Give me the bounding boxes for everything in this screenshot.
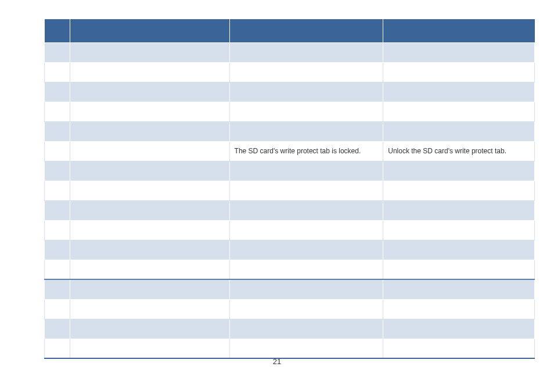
table-header-cell (229, 19, 383, 42)
table-cell (70, 121, 229, 141)
table-cell (70, 299, 229, 319)
page-number: 21 (0, 357, 554, 366)
table-cell (45, 102, 70, 121)
table-cell (383, 62, 535, 82)
table-cell (45, 121, 70, 141)
table-cell (383, 161, 535, 181)
table-cell (45, 82, 70, 102)
table-cell (383, 279, 535, 299)
table-row (45, 240, 535, 260)
table-cell (70, 161, 229, 181)
table-cell (229, 181, 383, 200)
table-cell (45, 141, 70, 161)
table-cell: The SD card's write protect tab is locke… (229, 141, 383, 161)
table-cell (229, 200, 383, 220)
table-cell (383, 240, 535, 260)
table-cell (45, 161, 70, 181)
table-header-cell (70, 19, 229, 42)
table-cell (229, 299, 383, 319)
table-cell (383, 42, 535, 62)
table-cell (45, 240, 70, 260)
table-cell (383, 102, 535, 121)
table-cell (229, 121, 383, 141)
table-cell (70, 279, 229, 299)
table-cell (45, 181, 70, 200)
table-cell (70, 220, 229, 240)
table-cell (383, 121, 535, 141)
table-cell (229, 319, 383, 339)
table-cell (229, 62, 383, 82)
table-cell (45, 200, 70, 220)
table-cell (70, 102, 229, 121)
table-cell (383, 200, 535, 220)
table-cell (383, 319, 535, 339)
table-cell (70, 181, 229, 200)
table-cell (45, 42, 70, 62)
table-cell (70, 260, 229, 279)
table-cell (70, 240, 229, 260)
table-cell (383, 339, 535, 358)
table-cell (70, 62, 229, 82)
table-cell (45, 299, 70, 319)
table-cell (383, 260, 535, 279)
table-container: The SD card's write protect tab is locke… (44, 19, 535, 359)
table-row (45, 62, 535, 82)
table-cell (229, 102, 383, 121)
table-header-cell (45, 19, 70, 42)
table-cell (229, 82, 383, 102)
table-cell (229, 279, 383, 299)
table-cell (45, 220, 70, 240)
table-cell (229, 220, 383, 240)
table-row (45, 102, 535, 121)
table-row (45, 181, 535, 200)
table-row (45, 319, 535, 339)
table-cell (229, 260, 383, 279)
table-cell (229, 339, 383, 358)
table-cell (70, 82, 229, 102)
table-cell (45, 339, 70, 358)
table-cell (383, 299, 535, 319)
data-table: The SD card's write protect tab is locke… (44, 19, 535, 359)
table-row (45, 121, 535, 141)
table-row (45, 161, 535, 181)
table-cell (45, 279, 70, 299)
table-cell (45, 319, 70, 339)
table-cell (229, 161, 383, 181)
table-cell (70, 339, 229, 358)
table-row (45, 299, 535, 319)
table-row (45, 339, 535, 358)
table-cell: Unlock the SD card's write protect tab. (383, 141, 535, 161)
table-cell (45, 62, 70, 82)
table-cell (383, 220, 535, 240)
table-cell (383, 82, 535, 102)
table-cell (70, 200, 229, 220)
table-row (45, 82, 535, 102)
table-cell (70, 319, 229, 339)
table-row (45, 220, 535, 240)
table-row: The SD card's write protect tab is locke… (45, 141, 535, 161)
table-cell (229, 240, 383, 260)
table-cell (70, 42, 229, 62)
table-cell (45, 260, 70, 279)
table-row (45, 260, 535, 279)
table-header-row (45, 19, 535, 42)
table-cell (229, 42, 383, 62)
table-cell (383, 181, 535, 200)
table-cell (70, 141, 229, 161)
table-header-cell (383, 19, 535, 42)
table-row (45, 200, 535, 220)
table-row (45, 279, 535, 299)
table-row (45, 42, 535, 62)
